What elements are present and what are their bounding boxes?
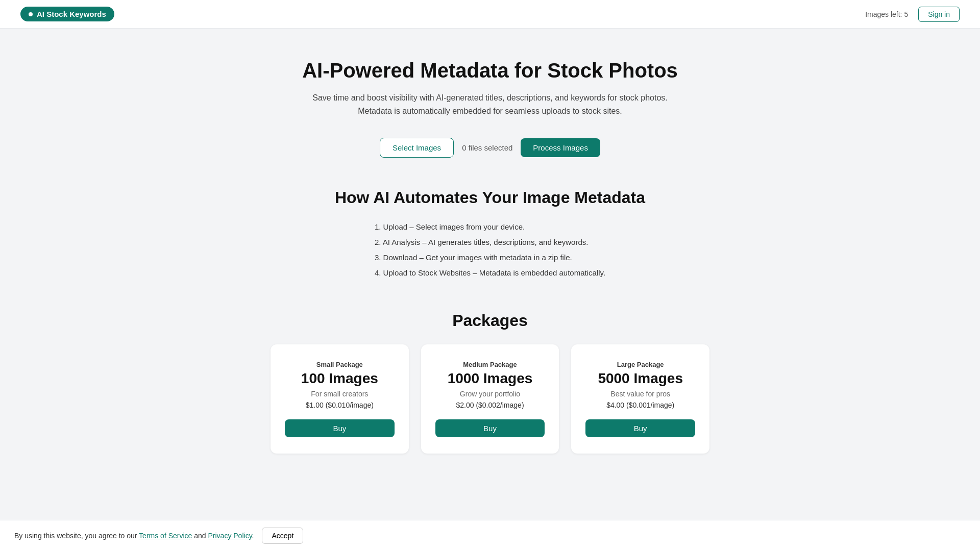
files-selected-label: 0 files selected xyxy=(462,143,512,152)
package-images: 5000 Images xyxy=(585,370,695,387)
package-price: $4.00 ($0.001/image) xyxy=(585,401,695,409)
hero-subtitle-line2: Metadata is automatically embedded for s… xyxy=(358,107,622,115)
select-images-button[interactable]: Select Images xyxy=(380,138,454,158)
steps-list: 1. Upload – Select images from your devi… xyxy=(375,219,605,281)
step-item: 3. Download – Get your images with metad… xyxy=(375,250,605,265)
cookie-text-before: By using this website, you agree to our xyxy=(14,532,137,540)
packages-title: Packages xyxy=(271,311,709,330)
hero-subtitle-line1: Save time and boost visibility with AI-g… xyxy=(312,93,667,102)
package-label: Medium Package xyxy=(435,361,545,368)
cookie-banner: By using this website, you agree to our … xyxy=(0,520,980,551)
package-card: Medium Package 1000 Images Grow your por… xyxy=(421,344,559,454)
package-desc: Grow your portfolio xyxy=(435,390,545,398)
hero-title: AI-Powered Metadata for Stock Photos xyxy=(271,59,709,82)
nav-right: Images left: 5 Sign in xyxy=(865,7,960,22)
buy-button[interactable]: Buy xyxy=(285,419,395,437)
cookie-and: and xyxy=(194,532,206,540)
images-left-label: Images left: 5 xyxy=(865,10,908,18)
hero-section: AI-Powered Metadata for Stock Photos Sav… xyxy=(271,59,709,117)
step-item: 2. AI Analysis – AI generates titles, de… xyxy=(375,235,605,250)
buy-button[interactable]: Buy xyxy=(585,419,695,437)
packages-section: Packages Small Package 100 Images For sm… xyxy=(271,311,709,454)
main-content: AI-Powered Metadata for Stock Photos Sav… xyxy=(260,29,720,505)
package-label: Large Package xyxy=(585,361,695,368)
cookie-period: . xyxy=(252,532,254,540)
privacy-policy-link[interactable]: Privacy Policy xyxy=(208,532,252,540)
terms-of-service-link[interactable]: Terms of Service xyxy=(139,532,192,540)
packages-grid: Small Package 100 Images For small creat… xyxy=(271,344,709,454)
package-desc: For small creators xyxy=(285,390,395,398)
package-card: Small Package 100 Images For small creat… xyxy=(271,344,409,454)
accept-button[interactable]: Accept xyxy=(262,528,303,544)
how-section: How AI Automates Your Image Metadata 1. … xyxy=(271,188,709,281)
hero-subtitle: Save time and boost visibility with AI-g… xyxy=(271,91,709,117)
package-label: Small Package xyxy=(285,361,395,368)
package-desc: Best value for pros xyxy=(585,390,695,398)
sign-in-button[interactable]: Sign in xyxy=(918,7,960,22)
package-images: 1000 Images xyxy=(435,370,545,387)
logo[interactable]: AI Stock Keywords xyxy=(20,7,114,21)
process-images-button[interactable]: Process Images xyxy=(521,138,600,157)
package-images: 100 Images xyxy=(285,370,395,387)
package-price: $1.00 ($0.010/image) xyxy=(285,401,395,409)
buy-button[interactable]: Buy xyxy=(435,419,545,437)
action-row: Select Images 0 files selected Process I… xyxy=(271,138,709,158)
package-card: Large Package 5000 Images Best value for… xyxy=(571,344,709,454)
how-section-title: How AI Automates Your Image Metadata xyxy=(271,188,709,207)
logo-text: AI Stock Keywords xyxy=(37,10,106,18)
step-item: 1. Upload – Select images from your devi… xyxy=(375,219,605,235)
logo-dot xyxy=(29,12,33,16)
package-price: $2.00 ($0.002/image) xyxy=(435,401,545,409)
step-item: 4. Upload to Stock Websites – Metadata i… xyxy=(375,265,605,281)
cookie-text: By using this website, you agree to our … xyxy=(14,532,254,540)
navbar: AI Stock Keywords Images left: 5 Sign in xyxy=(0,0,980,29)
